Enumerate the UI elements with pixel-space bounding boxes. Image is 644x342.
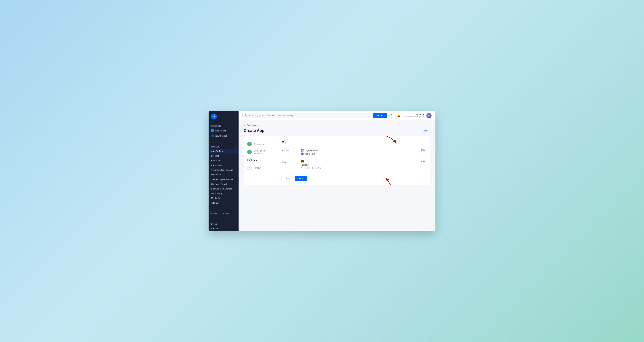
learn-link[interactable]: Learn ⧉ — [423, 129, 430, 132]
step-resources[interactable]: ✓ Resources — [244, 140, 276, 148]
sidebar-item-support[interactable]: Support — [208, 226, 238, 231]
main-area: 🔍 Search by resource name or public IP (… — [238, 111, 436, 231]
projects-section-title: PROJECTS ▲ — [208, 124, 238, 128]
step-review-label: Review — [254, 166, 260, 169]
app-platform-icon — [301, 149, 304, 152]
notifications-button[interactable]: 🔔 — [396, 113, 402, 118]
logo-icon: ⟳ — [211, 114, 217, 120]
action-bar: Back Next — [282, 172, 425, 181]
online-status-dot — [430, 116, 432, 118]
sidebar-logo: ⟳ — [208, 111, 238, 122]
sidebar-item-app-platform[interactable]: App Platform — [208, 149, 238, 154]
sidebar-item-new-project[interactable]: + New Project — [208, 133, 238, 138]
step-resources-circle: ✓ — [247, 142, 252, 146]
flag-de-icon — [301, 160, 304, 163]
page-title: Create App — [244, 128, 264, 133]
sidebar-bottom: Billing Support Settings — [208, 220, 238, 231]
app-name-row: king-prawn-app — [301, 149, 418, 152]
team-info: My Team Estimated costs: $53.80 — [403, 113, 424, 118]
svg-rect-1 — [302, 150, 303, 151]
region-cdn-row: Global CDN & Auto SSL — [301, 167, 418, 170]
search-box[interactable]: 🔍 Search by resource name or public IP (… — [242, 113, 371, 118]
help-icon: ? — [391, 114, 392, 117]
sidebar-item-functions[interactable]: Functions — [208, 158, 238, 163]
sidebar-item-kubernetes[interactable]: Kubernetes — [208, 163, 238, 168]
svg-rect-0 — [302, 150, 302, 151]
digitalocean-section: By DigitalOcean — [208, 210, 238, 218]
topbar-actions: Create ▾ ? 🔔 My Team Estimated costs: $5… — [373, 113, 432, 118]
step-env-vars[interactable]: ✓ Environment Variables — [244, 148, 276, 156]
app-info-label: App Info — [282, 149, 298, 152]
back-button[interactable]: Back — [282, 176, 293, 181]
region-edit-button[interactable]: Edit — [421, 160, 425, 163]
projects-chevron-icon: ▲ — [234, 125, 236, 127]
step-review-circle: 4 — [247, 166, 252, 170]
create-button[interactable]: Create ▾ — [373, 113, 387, 118]
back-to-apps-link[interactable]: ← Back to Apps — [244, 124, 430, 126]
sidebar-item-volumes[interactable]: Volumes Block Storage — [208, 168, 238, 172]
sidebar-item-droplets[interactable]: Droplets — [208, 154, 238, 158]
new-project-icon: + — [211, 134, 214, 137]
sidebar-item-addons[interactable]: Add-Ons — [208, 200, 238, 205]
step-review[interactable]: 4 Review — [244, 164, 276, 172]
page-header: Create App Learn ⧉ — [244, 128, 430, 133]
info-section-title: Info — [282, 140, 425, 143]
app-info-value: king-prawn-app first-project — [301, 149, 418, 155]
project-icon — [211, 129, 214, 132]
manage-chevron-icon: ▲ — [234, 146, 236, 148]
topbar: 🔍 Search by resource name or public IP (… — [238, 111, 436, 120]
sidebar-item-container-registry[interactable]: Container Registry — [208, 182, 238, 186]
dropdown-chevron-icon: ▾ — [384, 114, 384, 117]
region-label: Region — [282, 160, 298, 163]
project-badge-icon — [301, 152, 304, 155]
bell-icon: 🔔 — [397, 114, 400, 117]
manage-section: MANAGE ▲ App Platform Droplets Functions… — [208, 143, 238, 207]
sidebar-item-databases[interactable]: Databases — [208, 172, 238, 177]
back-arrow-icon: ← — [244, 124, 246, 126]
sidebar-item-first-project[interactable]: first-project — [208, 128, 238, 133]
app-info-row: App Info king-prawn-app — [282, 146, 425, 158]
region-city-name: Frankfurt — [301, 164, 418, 166]
learn-external-icon: ⧉ — [429, 129, 430, 132]
step-info[interactable]: 3 Info — [244, 156, 276, 164]
sidebar: ⟳ PROJECTS ▲ first-project + New Project — [208, 111, 238, 231]
search-icon: 🔍 — [244, 114, 247, 117]
help-button[interactable]: ? — [389, 113, 394, 118]
avatar: MY — [426, 113, 432, 118]
page-content: ← Back to Apps Create App Learn ⧉ ✓ Reso… — [238, 120, 436, 231]
step-env-circle: ✓ — [247, 150, 252, 154]
next-button[interactable]: Next — [295, 176, 307, 181]
manage-section-title: MANAGE ▲ — [208, 145, 238, 149]
steps-panel: ✓ Resources ✓ Environment Variables 3 In… — [244, 136, 276, 185]
step-info-label: Info — [254, 159, 258, 161]
step-resources-label: Resources — [254, 143, 264, 146]
sidebar-item-backups[interactable]: Backups & Snapshots — [208, 186, 238, 191]
projects-section: PROJECTS ▲ first-project + New Project — [208, 122, 238, 140]
info-panel: Info App Info — [276, 136, 430, 185]
sidebar-item-spaces[interactable]: Spaces Object Storage — [208, 177, 238, 182]
sidebar-item-networking[interactable]: Networking — [208, 191, 238, 196]
wizard-card: ✓ Resources ✓ Environment Variables 3 In… — [244, 136, 430, 186]
sidebar-item-billing[interactable]: Billing — [208, 222, 238, 226]
digitalocean-title: By DigitalOcean — [208, 212, 238, 216]
region-row: Region Frankfurt — [282, 158, 425, 172]
region-value: Frankfurt Global CDN & Auto SSL — [301, 160, 418, 170]
project-name-row: first-project — [301, 152, 418, 155]
region-city-row — [301, 160, 418, 163]
step-env-label: Environment Variables — [254, 150, 273, 154]
step-info-circle: 3 — [247, 158, 252, 162]
app-info-edit-button[interactable]: Edit — [421, 149, 425, 152]
sidebar-item-monitoring[interactable]: Monitoring — [208, 196, 238, 200]
